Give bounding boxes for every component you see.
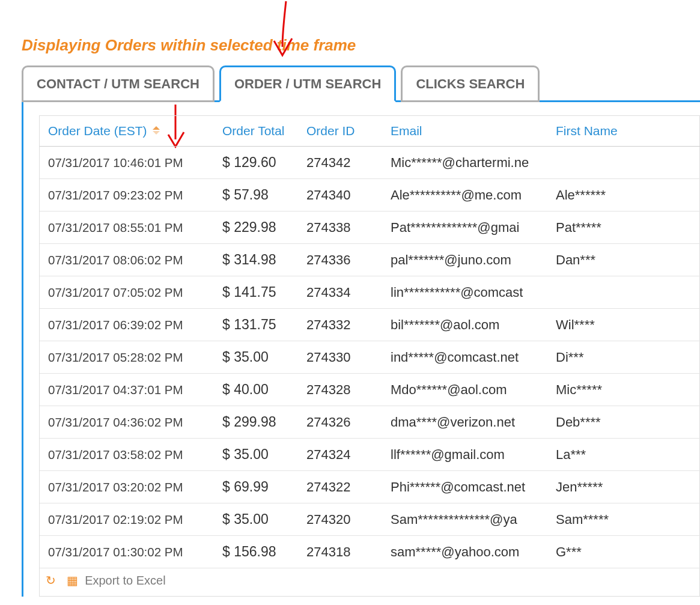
table-row[interactable]: 07/31/2017 03:58:02 PM$ 35.00274324llf**… [40, 439, 700, 471]
cell-order-id: 274334 [298, 276, 382, 309]
col-order-total[interactable]: Order Total [214, 116, 298, 147]
cell-order-total: $ 141.75 [214, 276, 298, 309]
cell-order-total: $ 40.00 [214, 374, 298, 406]
cell-first-name: Dan*** [547, 244, 700, 276]
col-first-name[interactable]: First Name [547, 116, 700, 147]
cell-email: Pat*************@gmai [382, 211, 547, 244]
cell-order-id: 274328 [298, 374, 382, 406]
cell-order-total: $ 57.98 [214, 179, 298, 211]
table-row[interactable]: 07/31/2017 04:37:01 PM$ 40.00274328Mdo**… [40, 374, 700, 406]
tabs-row: CONTACT / UTM SEARCH ORDER / UTM SEARCH … [22, 65, 700, 102]
cell-order-id: 274340 [298, 179, 382, 211]
cell-order-id: 274332 [298, 309, 382, 341]
table-header-row: Order Date (EST) Order Total Order ID Em… [40, 116, 700, 147]
cell-order-id: 274342 [298, 147, 382, 179]
cell-order-total: $ 156.98 [214, 536, 298, 568]
cell-order-date: 07/31/2017 05:28:02 PM [40, 341, 214, 374]
table-row[interactable]: 07/31/2017 01:30:02 PM$ 156.98274318sam*… [40, 536, 700, 568]
cell-first-name: Ale****** [547, 179, 700, 211]
refresh-icon[interactable]: ↻ [46, 573, 56, 588]
excel-icon: ▦ [67, 573, 78, 588]
cell-first-name: Sam***** [547, 503, 700, 536]
tab-order-utm-search[interactable]: ORDER / UTM SEARCH [219, 65, 396, 102]
cell-order-date: 07/31/2017 08:06:02 PM [40, 244, 214, 276]
col-order-id[interactable]: Order ID [298, 116, 382, 147]
orders-table: Order Date (EST) Order Total Order ID Em… [40, 116, 700, 568]
cell-first-name: G*** [547, 536, 700, 568]
cell-order-total: $ 131.75 [214, 309, 298, 341]
sort-icon [151, 126, 162, 137]
cell-email: ind*****@comcast.net [382, 341, 547, 374]
cell-order-date: 07/31/2017 03:20:02 PM [40, 471, 214, 503]
table-row[interactable]: 07/31/2017 07:05:02 PM$ 141.75274334lin*… [40, 276, 700, 309]
cell-order-date: 07/31/2017 02:19:02 PM [40, 503, 214, 536]
cell-first-name: Di*** [547, 341, 700, 374]
annotation-arrow-top [264, 0, 300, 65]
cell-order-date: 07/31/2017 04:36:02 PM [40, 406, 214, 439]
cell-order-id: 274330 [298, 341, 382, 374]
cell-order-total: $ 299.98 [214, 406, 298, 439]
cell-email: Mdo******@aol.com [382, 374, 547, 406]
col-order-date-label: Order Date (EST) [48, 124, 147, 138]
cell-order-total: $ 129.60 [214, 147, 298, 179]
cell-first-name: Mic***** [547, 374, 700, 406]
tab-contact-utm-search[interactable]: CONTACT / UTM SEARCH [22, 65, 215, 102]
cell-email: Ale**********@me.com [382, 179, 547, 211]
cell-email: lin***********@comcast [382, 276, 547, 309]
page-title: Displaying Orders within selected time f… [22, 36, 700, 55]
cell-order-total: $ 314.98 [214, 244, 298, 276]
cell-email: sam*****@yahoo.com [382, 536, 547, 568]
cell-order-total: $ 69.99 [214, 471, 298, 503]
cell-first-name: Wil**** [547, 309, 700, 341]
cell-order-total: $ 35.00 [214, 503, 298, 536]
cell-email: Phi******@comcast.net [382, 471, 547, 503]
cell-order-date: 07/31/2017 10:46:01 PM [40, 147, 214, 179]
table-row[interactable]: 07/31/2017 10:46:01 PM$ 129.60274342Mic*… [40, 147, 700, 179]
cell-email: Sam**************@ya [382, 503, 547, 536]
table-row[interactable]: 07/31/2017 02:19:02 PM$ 35.00274320Sam**… [40, 503, 700, 536]
export-row: ↻ ▦ Export to Excel [40, 568, 699, 596]
cell-order-id: 274320 [298, 503, 382, 536]
cell-order-date: 07/31/2017 04:37:01 PM [40, 374, 214, 406]
table-row[interactable]: 07/31/2017 08:55:01 PM$ 229.98274338Pat*… [40, 211, 700, 244]
tab-clicks-search[interactable]: CLICKS SEARCH [401, 65, 540, 102]
cell-order-total: $ 35.00 [214, 439, 298, 471]
table-row[interactable]: 07/31/2017 06:39:02 PM$ 131.75274332bil*… [40, 309, 700, 341]
export-label: Export to Excel [85, 574, 166, 587]
cell-order-date: 07/31/2017 08:55:01 PM [40, 211, 214, 244]
table-row[interactable]: 07/31/2017 03:20:02 PM$ 69.99274322Phi**… [40, 471, 700, 503]
cell-order-id: 274318 [298, 536, 382, 568]
cell-order-date: 07/31/2017 06:39:02 PM [40, 309, 214, 341]
cell-email: llf******@gmail.com [382, 439, 547, 471]
cell-order-total: $ 229.98 [214, 211, 298, 244]
cell-order-id: 274324 [298, 439, 382, 471]
cell-first-name: Jen***** [547, 471, 700, 503]
col-order-date[interactable]: Order Date (EST) [40, 116, 214, 147]
tab-content: Order Date (EST) Order Total Order ID Em… [22, 100, 700, 597]
cell-email: dma****@verizon.net [382, 406, 547, 439]
cell-order-id: 274322 [298, 471, 382, 503]
cell-order-id: 274336 [298, 244, 382, 276]
table-row[interactable]: 07/31/2017 04:36:02 PM$ 299.98274326dma*… [40, 406, 700, 439]
table-row[interactable]: 07/31/2017 05:28:02 PM$ 35.00274330ind**… [40, 341, 700, 374]
cell-order-id: 274326 [298, 406, 382, 439]
cell-order-date: 07/31/2017 07:05:02 PM [40, 276, 214, 309]
cell-first-name: Deb**** [547, 406, 700, 439]
cell-first-name [547, 147, 700, 179]
col-email[interactable]: Email [382, 116, 547, 147]
cell-order-total: $ 35.00 [214, 341, 298, 374]
cell-first-name: La*** [547, 439, 700, 471]
cell-email: Mic******@chartermi.ne [382, 147, 547, 179]
cell-order-date: 07/31/2017 01:30:02 PM [40, 536, 214, 568]
cell-order-id: 274338 [298, 211, 382, 244]
cell-order-date: 07/31/2017 09:23:02 PM [40, 179, 214, 211]
cell-first-name: Pat***** [547, 211, 700, 244]
cell-first-name [547, 276, 700, 309]
cell-email: bil*******@aol.com [382, 309, 547, 341]
export-to-excel-link[interactable]: ▦ Export to Excel [67, 573, 166, 588]
cell-order-date: 07/31/2017 03:58:02 PM [40, 439, 214, 471]
orders-table-container: Order Date (EST) Order Total Order ID Em… [39, 115, 700, 597]
cell-email: pal*******@juno.com [382, 244, 547, 276]
table-row[interactable]: 07/31/2017 09:23:02 PM$ 57.98274340Ale**… [40, 179, 700, 211]
table-row[interactable]: 07/31/2017 08:06:02 PM$ 314.98274336pal*… [40, 244, 700, 276]
